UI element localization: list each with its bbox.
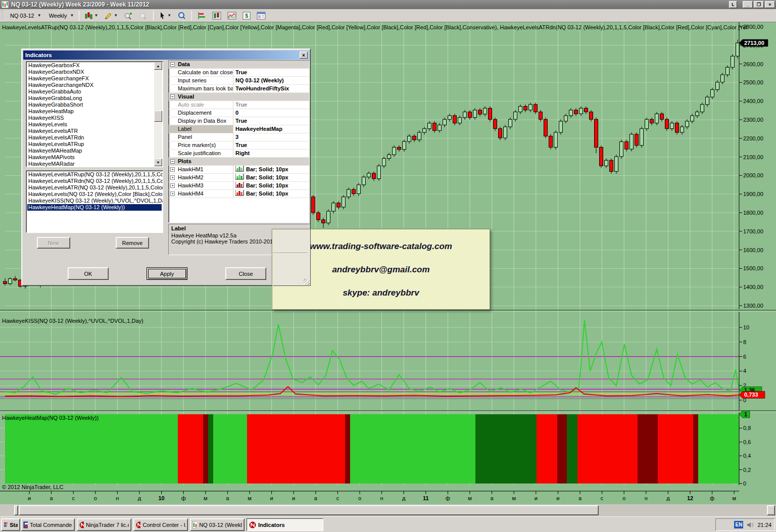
- list-item[interactable]: HawkeyeGearchangeFX: [27, 75, 162, 82]
- close-button[interactable]: ×: [765, 1, 775, 8]
- expand-icon[interactable]: +: [170, 183, 175, 188]
- property-value[interactable]: 3: [233, 133, 309, 141]
- list-item[interactable]: HawkeyeGearchangeNDX: [27, 82, 162, 88]
- list-item[interactable]: HawkeyeMAPivots: [27, 154, 162, 161]
- data-box-button[interactable]: [175, 10, 189, 21]
- property-value[interactable]: Right: [233, 150, 309, 157]
- scroll-down-icon[interactable]: ▼: [154, 159, 162, 166]
- list-item[interactable]: HawkeyeLevelsATRup: [27, 141, 162, 148]
- configured-indicator-item[interactable]: HawkeyeKISS(NQ 03-12 (Weekly),^UVOL,^DVO…: [27, 198, 162, 204]
- ok-button[interactable]: OK: [68, 267, 109, 280]
- period-selector[interactable]: Weekly▼: [45, 10, 77, 21]
- property-row[interactable]: +HawkHM1Bar; Solid; 10px: [169, 166, 309, 174]
- apply-button[interactable]: Apply: [147, 267, 187, 280]
- instrument-selector[interactable]: NQ 03-12▼: [6, 10, 44, 21]
- property-row[interactable]: Calculate on bar closeTrue: [169, 69, 309, 77]
- scrollbar-end-button[interactable]: [767, 505, 775, 515]
- chart-trader-button[interactable]: [210, 10, 224, 21]
- property-row[interactable]: +HawkHM2Bar; Solid; 10px: [169, 174, 309, 182]
- cursor-tool-button[interactable]: ▼: [156, 10, 174, 21]
- scrollbar-thumb[interactable]: [154, 111, 162, 122]
- taskbar-button[interactable]: Indicators: [247, 518, 323, 531]
- list-item[interactable]: HawkeyeMAHeatMap: [27, 148, 162, 154]
- zoom-in-button[interactable]: [121, 10, 135, 21]
- property-row[interactable]: Panel3: [169, 133, 309, 141]
- property-row[interactable]: Input seriesNQ 03-12 (Weekly): [169, 77, 309, 85]
- drawing-tools-button[interactable]: ▼: [102, 10, 120, 21]
- taskbar-button[interactable]: Total Commander 7.03 - ...: [21, 518, 75, 531]
- property-value[interactable]: Bar; Solid; 10px: [233, 166, 309, 173]
- property-section[interactable]: −Data: [169, 61, 309, 69]
- property-value[interactable]: TwoHundredFiftySix: [233, 85, 309, 92]
- collapse-icon[interactable]: −: [170, 62, 175, 67]
- dialog-close-icon[interactable]: ×: [300, 52, 308, 59]
- property-row[interactable]: +HawkHM4Bar; Solid; 10px: [169, 190, 309, 198]
- minimize-button[interactable]: _: [743, 1, 753, 8]
- list-item[interactable]: HawkeyeGrabbaLong: [27, 95, 162, 102]
- list-item[interactable]: HawkeyeLevelsATRdn: [27, 134, 162, 141]
- property-value[interactable]: NQ 03-12 (Weekly): [233, 77, 309, 84]
- title-bar[interactable]: NQ 03-12 (Weekly) Week 23/2009 - Week 11…: [0, 0, 776, 9]
- list-scrollbar[interactable]: ▲ ▼: [154, 62, 162, 166]
- list-item[interactable]: HawkeyeKISS: [27, 115, 162, 121]
- line-chart-button[interactable]: [225, 10, 239, 21]
- property-row[interactable]: Maximum bars look backTwoHundredFiftySix: [169, 85, 309, 93]
- scrollbar-thumb[interactable]: [19, 505, 599, 515]
- start-button[interactable]: Start: [1, 518, 20, 531]
- property-row[interactable]: LabelHawkeyeHeatMap: [169, 125, 309, 133]
- resize-grip-icon[interactable]: [304, 279, 310, 285]
- expand-icon[interactable]: +: [170, 167, 175, 172]
- configured-indicator-item[interactable]: HawkeyeLevelsATRdn(NQ 03-12 (Weekly),20,…: [27, 178, 162, 184]
- property-value[interactable]: 0: [233, 109, 309, 117]
- new-button[interactable]: New: [37, 237, 70, 249]
- expand-icon[interactable]: +: [170, 175, 175, 180]
- property-row[interactable]: Price marker(s)True: [169, 141, 309, 150]
- list-item[interactable]: HawkeyeGrabbaShort: [27, 102, 162, 108]
- property-value[interactable]: True: [233, 69, 309, 76]
- chart-style-button[interactable]: ▼: [82, 10, 101, 21]
- properties-button[interactable]: [254, 10, 268, 21]
- list-item[interactable]: HawkeyeHeatMap: [27, 108, 162, 115]
- property-row[interactable]: Scale justificationRight: [169, 150, 309, 158]
- language-indicator[interactable]: EN: [734, 521, 743, 528]
- scrollbar-grip[interactable]: [14, 505, 18, 515]
- property-row[interactable]: Display in Data BoxTrue: [169, 117, 309, 125]
- close-dialog-button[interactable]: Close: [225, 267, 266, 280]
- list-item[interactable]: HawkeyeGrabbaAuto: [27, 88, 162, 95]
- property-value[interactable]: True: [233, 117, 309, 125]
- property-value[interactable]: True: [233, 141, 309, 149]
- taskbar-button[interactable]: Control Center - Untitled1: [133, 518, 188, 531]
- account-data-button[interactable]: $: [240, 10, 253, 21]
- property-value[interactable]: Bar; Solid; 10px: [233, 190, 309, 198]
- horizontal-scrollbar[interactable]: [0, 504, 776, 516]
- toolbar-grip[interactable]: [1, 11, 4, 21]
- restore-button[interactable]: ❐: [754, 1, 764, 8]
- list-item[interactable]: HawkeyeLevels: [27, 121, 162, 128]
- expand-icon[interactable]: +: [170, 191, 175, 196]
- list-item[interactable]: HawkeyeLevelsATR: [27, 128, 162, 134]
- configured-indicator-item[interactable]: HawkeyeLevelsATR(NQ 03-12 (Weekly),20,1,…: [27, 184, 162, 191]
- link-button[interactable]: L: [729, 1, 737, 8]
- market-analyzer-button[interactable]: [195, 10, 209, 21]
- dialog-title-bar[interactable]: Indicators ×: [23, 51, 309, 60]
- configured-indicator-item[interactable]: HawkeyeHeatMap(NQ 03-12 (Weekly)): [27, 204, 162, 211]
- collapse-icon[interactable]: −: [170, 159, 175, 164]
- collapse-icon[interactable]: −: [170, 94, 175, 99]
- property-row[interactable]: Auto scaleTrue: [169, 101, 309, 109]
- property-section[interactable]: −Plots: [169, 158, 309, 166]
- configured-indicator-item[interactable]: HawkeyeLevelsATRup(NQ 03-12 (Weekly),20,…: [27, 171, 162, 178]
- volume-icon[interactable]: [746, 521, 754, 528]
- list-item[interactable]: HawkeyeMARadar: [27, 161, 162, 167]
- remove-button[interactable]: Remove: [116, 237, 149, 249]
- zoom-out-button[interactable]: [136, 10, 151, 21]
- property-value[interactable]: Bar; Solid; 10px: [233, 182, 309, 189]
- taskbar-button[interactable]: NinjaTrader 7 lic.emu v5.06: [77, 518, 131, 531]
- property-row[interactable]: +HawkHM3Bar; Solid; 10px: [169, 182, 309, 190]
- scroll-up-icon[interactable]: ▲: [154, 62, 162, 70]
- list-item[interactable]: HawkeyeGearboxNDX: [27, 69, 162, 75]
- property-row[interactable]: Displacement0: [169, 109, 309, 117]
- list-item[interactable]: HawkeyeGearboxFX: [27, 62, 162, 69]
- property-value[interactable]: HawkeyeHeatMap: [233, 125, 309, 133]
- property-section[interactable]: −Visual: [169, 93, 309, 101]
- property-value[interactable]: True: [233, 101, 309, 109]
